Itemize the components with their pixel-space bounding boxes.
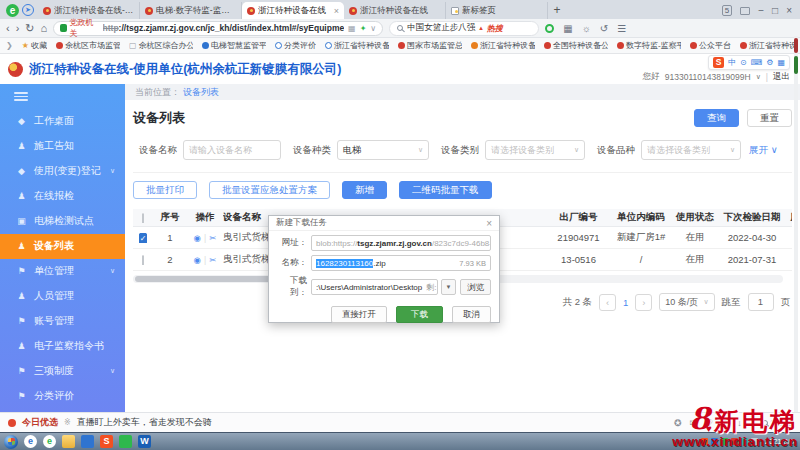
bookmark-item[interactable]: 数字特监-监察平 bbox=[617, 40, 681, 51]
url-box[interactable]: 党政机关 http://tsgz.zjamr.zj.gov.cn/jc_kh/d… bbox=[53, 21, 383, 36]
bookmark-item[interactable]: 余杭区市场监管 bbox=[56, 40, 120, 51]
account-chevron-icon[interactable]: ∨ bbox=[756, 73, 761, 81]
apps-grid-icon[interactable]: ▦ bbox=[563, 23, 572, 34]
browser-tab[interactable]: 新标签页 bbox=[446, 2, 548, 19]
sidebar-item[interactable]: ♟设备列表 bbox=[0, 234, 125, 259]
page-scrollbar[interactable] bbox=[794, 36, 798, 412]
cancel-button[interactable]: 取消 bbox=[452, 306, 491, 323]
sidebar-item[interactable]: ♟施工告知 bbox=[0, 134, 125, 159]
batch-print-button[interactable]: 批量打印 bbox=[133, 181, 197, 199]
forward-icon[interactable]: › bbox=[16, 23, 20, 34]
row-checkbox[interactable]: ✓ bbox=[139, 233, 148, 243]
send-icon[interactable]: ➤ bbox=[22, 4, 34, 16]
sidebar-item[interactable]: ◆使用(变更)登记∨ bbox=[0, 159, 125, 184]
batch-emergency-plan-button[interactable]: 批量设置应急处置方案 bbox=[209, 181, 330, 199]
bookmark-item[interactable]: 电梯智慧监管平 bbox=[202, 40, 266, 51]
bookmark-item[interactable]: 分类评价 bbox=[275, 40, 316, 51]
sidebar-item[interactable]: ⚑账号管理 bbox=[0, 309, 125, 334]
query-button[interactable]: 查询 bbox=[694, 109, 739, 127]
scrollbar-green-thumb[interactable] bbox=[794, 56, 798, 74]
dialog-url-field[interactable]: blob:https://tsgz.zjamr.zj.gov.cn/823c7d… bbox=[311, 235, 491, 251]
edit-tools-icon[interactable]: ✂ bbox=[209, 255, 216, 265]
browser-logo-icon[interactable]: e bbox=[6, 4, 19, 17]
browser-tab[interactable]: 浙江特种设备在线 bbox=[344, 2, 446, 19]
news-ticker[interactable]: 直播盯上外卖车，省走发现不会骑 bbox=[77, 416, 212, 429]
menu-icon[interactable]: ☰ bbox=[617, 23, 626, 34]
reading-mode-icon[interactable] bbox=[545, 24, 554, 33]
start-button[interactable] bbox=[4, 435, 18, 449]
new-tab-button[interactable]: + bbox=[548, 2, 566, 19]
mail-icon[interactable]: ✉ bbox=[690, 418, 698, 428]
word-app-icon[interactable]: W bbox=[138, 435, 151, 448]
dialog-path-field[interactable]: :\Users\Administrator\Desktop剩: 55.52 GB bbox=[311, 279, 438, 295]
chevron-down-icon[interactable]: ∨ bbox=[370, 24, 376, 33]
device-kind-select[interactable]: 电梯∨ bbox=[337, 140, 429, 160]
page-size-select[interactable]: 10 条/页∨ bbox=[659, 293, 714, 311]
back-icon[interactable]: ‹ bbox=[6, 23, 10, 34]
folder-icon[interactable] bbox=[62, 435, 75, 448]
flag-icon[interactable]: ⚑ bbox=[721, 418, 729, 428]
app-icon-blue[interactable] bbox=[81, 435, 94, 448]
heart-icon[interactable]: ♡ bbox=[705, 418, 713, 428]
bookmarks-collapse-icon[interactable]: ❯ bbox=[6, 41, 13, 50]
sound-icon[interactable]: ♪ bbox=[750, 418, 755, 428]
history-icon[interactable]: ↺ bbox=[600, 23, 608, 34]
add-button[interactable]: 新增 bbox=[342, 181, 387, 199]
toolbox-icon[interactable]: ▦ bbox=[777, 58, 785, 68]
edit-tools-icon[interactable]: ✂ bbox=[209, 233, 216, 243]
tray-icon[interactable] bbox=[711, 438, 718, 445]
lang-icon[interactable]: 中 bbox=[728, 58, 736, 68]
zoom-level[interactable]: 100% bbox=[762, 418, 792, 428]
tray-sogou-icon[interactable] bbox=[701, 438, 708, 445]
bookmark-item[interactable]: 公众平台 bbox=[690, 40, 731, 51]
scrollbar-red-thumb[interactable] bbox=[794, 38, 798, 53]
expand-link[interactable]: 展开 ∨ bbox=[749, 144, 778, 157]
refresh-icon[interactable]: ↻ bbox=[25, 23, 34, 34]
bookmark-item[interactable]: ▢余杭区综合办公 bbox=[129, 40, 193, 51]
bookmark-item[interactable]: ★收藏 bbox=[22, 40, 47, 51]
current-page[interactable]: 1 bbox=[623, 297, 628, 308]
tray-icon[interactable] bbox=[751, 438, 758, 445]
open-directly-button[interactable]: 直接打开 bbox=[331, 306, 387, 323]
download-button[interactable]: 下载 bbox=[396, 306, 443, 323]
green-browser-icon[interactable]: e bbox=[43, 435, 56, 448]
bolt-icon[interactable]: ✦ bbox=[360, 24, 367, 33]
hamburger-icon[interactable] bbox=[14, 92, 28, 101]
tray-icon[interactable] bbox=[731, 438, 738, 445]
close-button[interactable]: × bbox=[786, 6, 792, 16]
path-dropdown-icon[interactable]: ▼ bbox=[441, 279, 456, 295]
sidebar-item[interactable]: ◆工作桌面 bbox=[0, 109, 125, 134]
sidebar-item[interactable]: ♟在线报检 bbox=[0, 184, 125, 209]
qrcode-batch-download-button[interactable]: 二维码批量下载 bbox=[399, 181, 492, 199]
view-eye-icon[interactable]: ◉ bbox=[194, 233, 201, 243]
tab-count-badge[interactable]: 5 bbox=[722, 5, 732, 16]
download-icon[interactable]: ↓ bbox=[737, 418, 742, 428]
tray-icon[interactable] bbox=[741, 438, 748, 445]
tray-date[interactable]: 2021/8/6 bbox=[765, 437, 794, 446]
device-category-select[interactable]: 请选择设备类别∨ bbox=[485, 140, 585, 160]
reset-button[interactable]: 重置 bbox=[747, 109, 792, 127]
browse-button[interactable]: 浏览 bbox=[460, 279, 491, 295]
bookmark-item[interactable]: 国家市场监管总 bbox=[398, 40, 462, 51]
search-input[interactable]: 中国女篮止步八强 ▴ 热搜 bbox=[389, 21, 539, 36]
row-checkbox[interactable] bbox=[142, 255, 144, 265]
browser-tab[interactable]: 电梯·数字特监-监察平台 bbox=[140, 2, 242, 19]
sidebar-item[interactable]: ⚑单位管理∨ bbox=[0, 259, 125, 284]
sidebar-item[interactable]: ⚑分类评价 bbox=[0, 384, 125, 409]
sogou-input-bar[interactable]: S 中 ⊙ ⌨ ⚙ ▦ bbox=[708, 55, 790, 70]
home-icon[interactable]: ⌂ bbox=[41, 23, 48, 34]
keyboard-icon[interactable]: ⌨ bbox=[751, 58, 763, 68]
sidebar-item[interactable]: ⚑三项制度∨ bbox=[0, 359, 125, 384]
logout-button[interactable]: 退出 bbox=[773, 71, 790, 83]
sidebar-item[interactable]: ♟人员管理 bbox=[0, 284, 125, 309]
bookmark-item[interactable]: 全国特种设备公 bbox=[544, 40, 608, 51]
device-variety-select[interactable]: 请选择设备类别∨ bbox=[641, 140, 741, 160]
bookmark-item[interactable]: 浙江省特种设备 bbox=[740, 40, 794, 51]
grid-icon[interactable]: ▦ bbox=[348, 24, 356, 33]
bookmark-item[interactable]: 浙江省特种设备 bbox=[471, 40, 535, 51]
device-name-input[interactable]: 请输入设备名称 bbox=[183, 140, 281, 160]
sidebar-item[interactable]: ♟电子监察指令书 bbox=[0, 334, 125, 359]
shield-icon[interactable]: ✪ bbox=[674, 418, 682, 428]
tray-icon[interactable] bbox=[721, 438, 728, 445]
browser-tab[interactable]: 浙江特种设备在线× bbox=[242, 2, 344, 19]
